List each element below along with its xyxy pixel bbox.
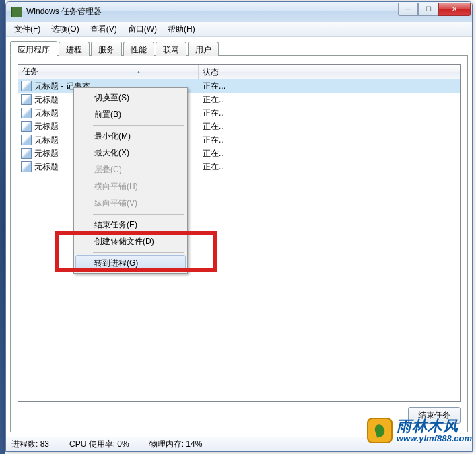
notepad-icon [21, 135, 32, 145]
menu-windows[interactable]: 窗口(W) [123, 22, 162, 36]
ctx-bring-front[interactable]: 前置(B) [75, 106, 186, 123]
column-task[interactable]: 任务 ▴ [18, 65, 199, 79]
close-button[interactable]: ✕ [438, 3, 471, 16]
menu-options[interactable]: 选项(O) [46, 22, 84, 36]
ctx-create-dump[interactable]: 创建转储文件(D) [75, 233, 186, 250]
ctx-tile-v: 纵向平铺(V) [75, 195, 186, 212]
menu-help[interactable]: 帮助(H) [162, 22, 201, 36]
column-task-label: 任务 [22, 66, 38, 77]
tab-services[interactable]: 服务 [91, 42, 122, 56]
task-name: 无标题 [34, 121, 59, 133]
watermark-url: www.ylmf888.com [397, 434, 472, 443]
notepad-icon [21, 108, 32, 118]
task-status: 正在.. [199, 148, 224, 159]
ctx-tile-h: 横向平铺(H) [75, 178, 186, 195]
tab-networking[interactable]: 联网 [156, 42, 186, 56]
task-status: 正在.. [199, 161, 224, 173]
tab-users[interactable]: 用户 [188, 42, 219, 56]
app-icon [11, 7, 22, 17]
tab-applications[interactable]: 应用程序 [10, 41, 57, 56]
menu-file[interactable]: 文件(F) [9, 22, 46, 36]
task-status: 正在.. [199, 135, 224, 146]
minimize-button[interactable]: ─ [398, 3, 418, 16]
menu-view[interactable]: 查看(V) [85, 22, 123, 36]
notepad-icon [21, 81, 32, 91]
ctx-go-to-process[interactable]: 转到进程(G) [75, 255, 186, 272]
task-name: 无标题 [34, 148, 59, 159]
tab-strip: 应用程序 进程 服务 性能 联网 用户 [10, 41, 468, 56]
separator [93, 214, 184, 215]
task-status: 正在... [199, 81, 226, 92]
ctx-cascade: 层叠(C) [75, 161, 186, 178]
menubar: 文件(F) 选项(O) 查看(V) 窗口(W) 帮助(H) [6, 22, 472, 37]
notepad-icon [21, 161, 32, 172]
window-title: Windows 任务管理器 [26, 6, 398, 17]
maximize-button[interactable]: ☐ [418, 3, 438, 16]
task-name: 无标题 [34, 161, 59, 173]
sort-indicator-icon: ▴ [137, 69, 194, 75]
task-status: 正在.. [199, 108, 224, 119]
task-status: 正在.. [199, 121, 224, 133]
ctx-minimize[interactable]: 最小化(M) [75, 128, 186, 145]
status-memory: 物理内存: 14% [149, 439, 203, 450]
ctx-end-task[interactable]: 结束任务(E) [75, 217, 186, 233]
status-processes: 进程数: 83 [11, 439, 49, 450]
separator [93, 252, 184, 253]
watermark-logo-icon [367, 418, 393, 443]
notepad-icon [21, 148, 32, 159]
list-header: 任务 ▴ 状态 [18, 65, 460, 79]
ctx-switch-to[interactable]: 切换至(S) [75, 89, 186, 106]
titlebar[interactable]: Windows 任务管理器 ─ ☐ ✕ [6, 2, 472, 22]
watermark: 雨林木风 www.ylmf888.com [367, 418, 472, 443]
tab-processes[interactable]: 进程 [59, 42, 90, 56]
status-cpu: CPU 使用率: 0% [69, 439, 129, 450]
separator [93, 125, 184, 126]
task-name: 无标题 [34, 108, 59, 119]
task-name: 无标题 [34, 135, 59, 146]
tab-performance[interactable]: 性能 [123, 42, 154, 56]
notepad-icon [21, 94, 32, 105]
context-menu: 切换至(S) 前置(B) 最小化(M) 最大化(X) 层叠(C) 横向平铺(H)… [73, 87, 188, 274]
task-status: 正在.. [199, 94, 224, 106]
column-status[interactable]: 状态 [199, 65, 460, 79]
watermark-name: 雨林木风 [397, 419, 472, 434]
task-name: 无标题 [34, 94, 59, 106]
ctx-maximize[interactable]: 最大化(X) [75, 145, 186, 161]
notepad-icon [21, 121, 32, 132]
